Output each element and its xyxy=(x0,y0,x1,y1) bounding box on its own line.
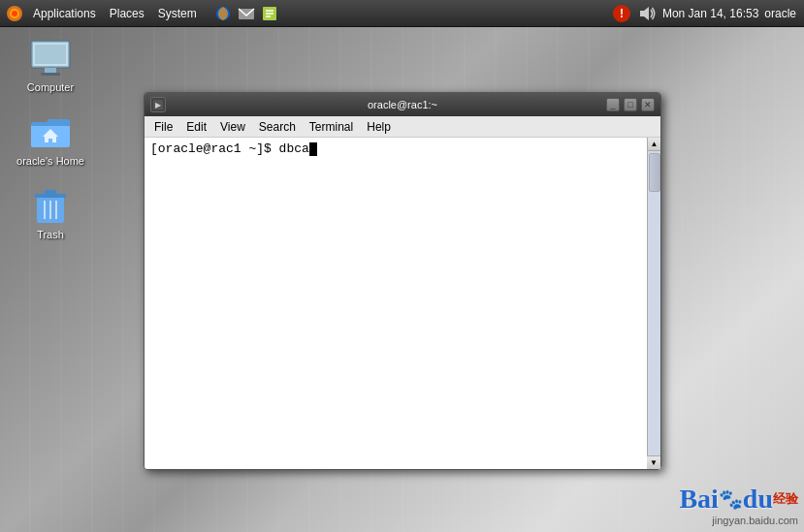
terminal-content: [oracle@rac1 ~]$ dbca xyxy=(145,138,647,469)
scrollbar-thumb[interactable] xyxy=(649,153,660,192)
terminal-titlebar: ▶ oracle@rac1:~ _ □ ✕ xyxy=(145,93,660,116)
text-editor-icon[interactable] xyxy=(259,3,280,24)
svg-rect-21 xyxy=(45,190,56,195)
baidu-brand: Bai xyxy=(679,484,718,515)
terminal-menu[interactable]: Terminal xyxy=(304,118,359,136)
computer-icon[interactable]: Computer xyxy=(12,35,89,93)
baidu-logo-area: Bai 🐾 du 经验 xyxy=(679,484,798,515)
terminal-prompt: [oracle@rac1 ~]$ dbca xyxy=(150,141,641,156)
fire-icon xyxy=(6,5,23,22)
help-menu[interactable]: Help xyxy=(361,118,397,136)
svg-rect-16 xyxy=(35,45,66,64)
app-menu-icon[interactable] xyxy=(4,3,25,24)
minimize-button[interactable]: _ xyxy=(606,98,620,111)
terminal-scrollbar: ▲ ▼ xyxy=(647,138,660,469)
text-cursor xyxy=(309,142,317,156)
baidu-jingyan: 经验 xyxy=(773,490,798,508)
search-menu[interactable]: Search xyxy=(253,118,302,136)
svg-rect-15 xyxy=(41,73,60,76)
places-menu[interactable]: Places xyxy=(104,5,150,22)
terminal-menubar: File Edit View Search Terminal Help xyxy=(145,116,660,138)
scrollbar-down-button[interactable]: ▼ xyxy=(647,455,660,469)
baidu-paw-icon: 🐾 xyxy=(719,487,743,511)
baidu-suffix: du xyxy=(743,484,773,515)
svg-point-2 xyxy=(12,11,17,16)
svg-text:!: ! xyxy=(620,7,624,20)
taskbar-right: ! Mon Jan 14, 16:53 oracle xyxy=(612,4,804,23)
taskbar-left: Applications Places System xyxy=(0,3,280,24)
user-display: oracle xyxy=(764,7,796,20)
trash-icon[interactable]: Trash xyxy=(12,182,89,240)
maximize-button[interactable]: □ xyxy=(624,98,637,111)
notification-icon[interactable]: ! xyxy=(612,4,631,23)
system-menu[interactable]: System xyxy=(152,5,203,22)
view-menu[interactable]: View xyxy=(214,118,251,136)
scrollbar-up-button[interactable]: ▲ xyxy=(648,138,660,151)
email-icon[interactable] xyxy=(236,3,257,24)
terminal-icon-btn: ▶ xyxy=(150,97,166,112)
home-label: oracle's Home xyxy=(16,155,84,167)
svg-marker-11 xyxy=(640,7,649,20)
svg-rect-14 xyxy=(45,68,56,73)
firefox-icon[interactable] xyxy=(212,3,234,24)
terminal-title: oracle@rac1:~ xyxy=(368,99,437,110)
desktop-icons: Computer oracle's Home xyxy=(12,35,89,240)
computer-label: Computer xyxy=(27,81,74,93)
terminal-controls: _ □ ✕ xyxy=(606,98,655,111)
taskbar: Applications Places System xyxy=(0,0,804,27)
terminal-body[interactable]: [oracle@rac1 ~]$ dbca ▲ ▼ xyxy=(145,138,660,469)
baidu-url: jingyan.baidu.com xyxy=(712,515,798,526)
desktop: Applications Places System xyxy=(0,0,804,532)
file-menu[interactable]: File xyxy=(148,118,178,136)
applications-menu[interactable]: Applications xyxy=(27,5,102,22)
trash-label: Trash xyxy=(37,229,64,240)
datetime-display: Mon Jan 14, 16:53 xyxy=(662,7,758,20)
prompt-text: [oracle@rac1 ~]$ dbca xyxy=(150,141,309,156)
close-button[interactable]: ✕ xyxy=(641,98,655,111)
svg-text:▶: ▶ xyxy=(155,101,162,110)
edit-menu[interactable]: Edit xyxy=(180,118,212,136)
terminal-window: ▶ oracle@rac1:~ _ □ ✕ File Edit View Sea… xyxy=(144,92,661,470)
home-icon[interactable]: oracle's Home xyxy=(12,109,89,167)
volume-icon[interactable] xyxy=(637,4,657,23)
